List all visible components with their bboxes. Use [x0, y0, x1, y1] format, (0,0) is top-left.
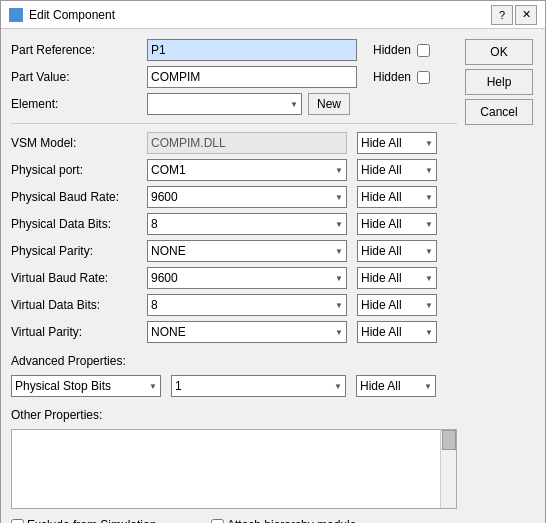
title-bar-controls: ? ✕: [491, 5, 537, 25]
virtual-baud-label: Virtual Baud Rate:: [11, 271, 141, 285]
part-value-input[interactable]: [147, 66, 357, 88]
exclude-simulation-label: Exclude from Simulation: [27, 518, 156, 523]
window-title: Edit Component: [29, 8, 115, 22]
virtual-baud-select[interactable]: 9600 115200: [147, 267, 347, 289]
physical-data-hide-select[interactable]: Hide All Show All Default: [357, 213, 437, 235]
virtual-baud-hide-select[interactable]: Hide All Show All Default: [357, 267, 437, 289]
new-button[interactable]: New: [308, 93, 350, 115]
physical-port-label: Physical port:: [11, 163, 141, 177]
vsm-model-row: VSM Model: Hide All Show All Default: [11, 132, 457, 154]
physical-port-row: Physical port: COM1 COM2 COM3 Hide All S…: [11, 159, 457, 181]
main-content: Part Reference: Hidden Part Value: Hidde…: [1, 29, 545, 523]
virtual-data-hide-select[interactable]: Hide All Show All Default: [357, 294, 437, 316]
physical-parity-label: Physical Parity:: [11, 244, 141, 258]
virtual-parity-row: Virtual Parity: NONE ODD EVEN Hide All S…: [11, 321, 457, 343]
exclude-simulation-item: Exclude from Simulation: [11, 518, 191, 523]
scrollbar-thumb[interactable]: [442, 430, 456, 450]
part-reference-hidden-checkbox[interactable]: [417, 44, 430, 57]
virtual-data-label: Virtual Data Bits:: [11, 298, 141, 312]
virtual-parity-hide-select[interactable]: Hide All Show All Default: [357, 321, 437, 343]
physical-baud-row: Physical Baud Rate: 9600 115200 57600 Hi…: [11, 186, 457, 208]
part-reference-label: Part Reference:: [11, 43, 141, 57]
attach-hierarchy-label: Attach hierarchy module: [227, 518, 356, 523]
element-label: Element:: [11, 97, 141, 111]
help-title-button[interactable]: ?: [491, 5, 513, 25]
part-value-row: Part Value: Hidden: [11, 66, 457, 88]
other-label: Other Properties:: [11, 408, 102, 422]
virtual-data-row: Virtual Data Bits: 8 7 Hide All Show All…: [11, 294, 457, 316]
physical-baud-hide-select[interactable]: Hide All Show All Default: [357, 186, 437, 208]
physical-baud-label: Physical Baud Rate:: [11, 190, 141, 204]
right-checkboxes: Attach hierarchy module Hide common pins…: [211, 518, 391, 523]
checkboxes-container: Exclude from Simulation Exclude from PCB…: [11, 518, 457, 523]
close-title-button[interactable]: ✕: [515, 5, 537, 25]
cancel-button[interactable]: Cancel: [465, 99, 533, 125]
vsm-model-input: [147, 132, 347, 154]
vsm-model-hide-select[interactable]: Hide All Show All Default: [357, 132, 437, 154]
physical-data-label: Physical Data Bits:: [11, 217, 141, 231]
advanced-properties-row: Physical Stop Bits 1 2 Hide All Show All…: [11, 375, 457, 397]
help-button[interactable]: Help: [465, 69, 533, 95]
form-area: Part Reference: Hidden Part Value: Hidde…: [11, 39, 457, 523]
properties-scroll[interactable]: [12, 430, 456, 508]
physical-parity-row: Physical Parity: NONE ODD EVEN Hide All …: [11, 240, 457, 262]
virtual-baud-row: Virtual Baud Rate: 9600 115200 Hide All …: [11, 267, 457, 289]
part-value-hidden-checkbox[interactable]: [417, 71, 430, 84]
physical-parity-hide-select[interactable]: Hide All Show All Default: [357, 240, 437, 262]
scrollbar[interactable]: [440, 430, 456, 508]
part-reference-row: Part Reference: Hidden: [11, 39, 457, 61]
ok-button[interactable]: OK: [465, 39, 533, 65]
advanced-hide-select[interactable]: Hide All Show All Default: [356, 375, 436, 397]
element-row: Element: New: [11, 93, 457, 115]
physical-port-hide-select[interactable]: Hide All Show All Default: [357, 159, 437, 181]
attach-hierarchy-checkbox[interactable]: [211, 519, 224, 524]
right-panel: OK Help Cancel: [465, 39, 535, 523]
physical-parity-select[interactable]: NONE ODD EVEN: [147, 240, 347, 262]
attach-hierarchy-item: Attach hierarchy module: [211, 518, 391, 523]
advanced-label: Advanced Properties:: [11, 354, 126, 368]
advanced-property-select[interactable]: Physical Stop Bits: [11, 375, 161, 397]
hidden-label-2: Hidden: [373, 70, 411, 84]
vsm-model-label: VSM Model:: [11, 136, 141, 150]
hidden-label-1: Hidden: [373, 43, 411, 57]
physical-data-row: Physical Data Bits: 8 7 6 Hide All Show …: [11, 213, 457, 235]
divider-1: [11, 123, 457, 124]
title-bar: Edit Component ? ✕: [1, 1, 545, 29]
virtual-parity-label: Virtual Parity:: [11, 325, 141, 339]
advanced-value-select[interactable]: 1 2: [171, 375, 346, 397]
exclude-simulation-checkbox[interactable]: [11, 519, 24, 524]
virtual-parity-select[interactable]: NONE ODD EVEN: [147, 321, 347, 343]
edit-component-window: Edit Component ? ✕ Part Reference: Hidde…: [0, 0, 546, 523]
physical-baud-select[interactable]: 9600 115200 57600: [147, 186, 347, 208]
physical-port-select[interactable]: COM1 COM2 COM3: [147, 159, 347, 181]
part-value-label: Part Value:: [11, 70, 141, 84]
other-properties-area: [11, 429, 457, 509]
title-bar-left: Edit Component: [9, 8, 115, 22]
window-icon: [9, 8, 23, 22]
other-label-row: Other Properties:: [11, 402, 457, 424]
part-reference-input[interactable]: [147, 39, 357, 61]
element-select[interactable]: [147, 93, 302, 115]
left-checkboxes: Exclude from Simulation Exclude from PCB…: [11, 518, 191, 523]
advanced-label-row: Advanced Properties:: [11, 348, 457, 370]
virtual-data-select[interactable]: 8 7: [147, 294, 347, 316]
physical-data-select[interactable]: 8 7 6: [147, 213, 347, 235]
